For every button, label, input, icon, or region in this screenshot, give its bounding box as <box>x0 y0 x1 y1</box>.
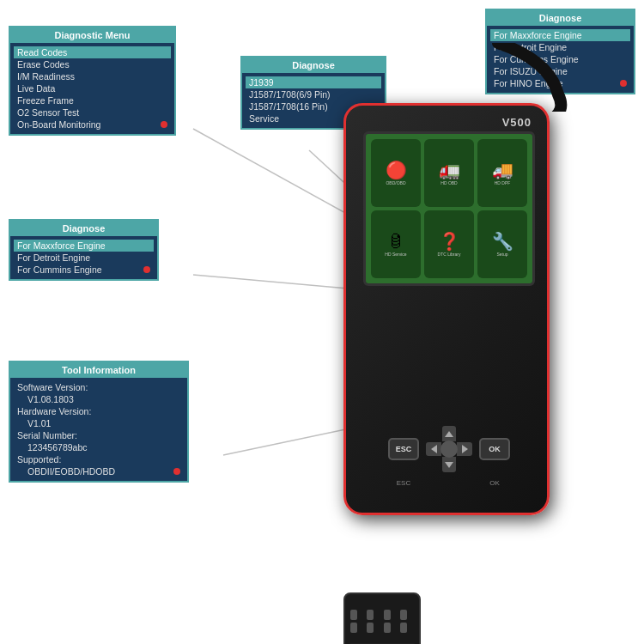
screen-icon-hd-service: 🛢 HD Service <box>371 210 421 278</box>
dpad-left[interactable] <box>426 442 441 456</box>
obd-pin <box>384 623 391 633</box>
diagnostic-menu-box: Diagnostic Menu Read Codes Erase Codes I… <box>9 26 176 136</box>
hd-obd-label: HD OBD <box>440 180 457 185</box>
tool-info-item: 123456789abc <box>17 441 180 453</box>
diagnose-engine-left-item[interactable]: For Cummins Engine <box>17 264 150 276</box>
tool-info-item: Software Version: <box>17 381 180 393</box>
diagnostic-menu-item[interactable]: On-Board Monitoring <box>17 118 167 131</box>
dpad-up[interactable] <box>442 426 456 441</box>
diagnostic-menu-item[interactable]: I/M Readiness <box>17 70 167 82</box>
tool-information-box: Tool Information Software Version: V1.08… <box>9 361 189 483</box>
scene: Diagnostic Menu Read Codes Erase Codes I… <box>0 0 644 644</box>
screen-icon-hd-obd: 🚛 HD OBD <box>424 139 474 207</box>
diagnostic-menu-item[interactable]: Read Codes <box>14 46 171 58</box>
obd-label: OBD/OBD <box>386 180 405 185</box>
hd-service-icon: 🛢 <box>387 233 404 250</box>
red-dot-indicator <box>620 80 627 87</box>
diagnostic-menu-item[interactable]: Live Data <box>17 82 167 94</box>
diagnostic-menu-item[interactable]: O2 Sensor Test <box>17 106 167 118</box>
hd-service-label: HD Service <box>385 252 406 257</box>
esc-button[interactable]: ESC <box>388 438 419 460</box>
screen-icon-dtc: ❓ DTC Library <box>424 210 474 278</box>
hd-obd-icon: 🚛 <box>439 161 460 179</box>
ok-label: OK <box>479 479 510 487</box>
device-container: V500 🔴 OBD/OBD 🚛 HD OBD 🚚 HD DPF <box>318 103 592 601</box>
hd-dpf-label: HD DPF <box>495 180 511 185</box>
red-dot-indicator <box>173 468 180 475</box>
screen-icon-hd-dpf: 🚚 HD DPF <box>477 139 527 207</box>
device-screen: 🔴 OBD/OBD 🚛 HD OBD 🚚 HD DPF 🛢 HD Service <box>363 131 535 286</box>
tool-info-item: Hardware Version: <box>17 405 180 417</box>
diagnose-engine-left-box: Diagnose For Maxxforce Engine For Detroi… <box>9 219 159 281</box>
diagnose-truck-item[interactable]: J1939 <box>246 76 381 88</box>
diagnose-engine-left-header: Diagnose <box>10 221 157 236</box>
diagnostic-menu-header: Diagnostic Menu <box>10 27 174 43</box>
obd-pin <box>367 623 374 633</box>
obd-pins <box>345 603 419 640</box>
esc-label: ESC <box>388 479 419 487</box>
dpad-right[interactable] <box>457 442 472 456</box>
cable-svg <box>412 43 584 112</box>
diagnose-engine-left-item[interactable]: For Maxxforce Engine <box>14 240 154 252</box>
tool-information-body: Software Version: V1.08.1803 Hardware Ve… <box>10 378 187 481</box>
dtc-label: DTC Library <box>438 252 461 257</box>
diagnose-engine-left-body: For Maxxforce Engine For Detroit Engine … <box>10 236 157 279</box>
tool-info-item: V1.01 <box>17 417 180 429</box>
dtc-icon: ❓ <box>439 233 460 250</box>
screen-icon-obd: 🔴 OBD/OBD <box>371 139 421 207</box>
setup-label: Setup <box>496 252 507 257</box>
obd-connector <box>343 592 421 644</box>
obd-icon: 🔴 <box>386 161 407 179</box>
tool-info-item: Serial Number: <box>17 429 180 441</box>
bg-icon <box>230 259 286 319</box>
obd-pin <box>400 623 407 633</box>
diagnose-truck-item[interactable]: J1587/1708(6/9 Pin) <box>249 88 378 100</box>
obd-pin <box>400 610 407 620</box>
diagnose-engine-top-item[interactable]: For Maxxforce Engine <box>490 29 630 41</box>
diagnose-engine-top-header: Diagnose <box>487 10 634 26</box>
obd-pin <box>350 610 357 620</box>
device-body: V500 🔴 OBD/OBD 🚛 HD OBD 🚚 HD DPF <box>343 103 550 515</box>
ok-button[interactable]: OK <box>479 438 510 460</box>
tool-info-item: OBDII/EOBD/HDOBD <box>17 465 180 477</box>
hd-dpf-icon: 🚚 <box>492 161 513 179</box>
red-dot-indicator <box>143 266 150 273</box>
tool-info-item: Supported: <box>17 453 180 465</box>
diagnostic-menu-item[interactable]: Erase Codes <box>17 58 167 70</box>
screen-inner: 🔴 OBD/OBD 🚛 HD OBD 🚚 HD DPF 🛢 HD Service <box>366 134 532 283</box>
red-dot-indicator <box>161 121 167 128</box>
tool-information-header: Tool Information <box>10 362 187 378</box>
obd-pin <box>384 610 391 620</box>
dpad-down[interactable] <box>442 457 456 472</box>
obd-pin <box>350 623 357 633</box>
dpad[interactable] <box>426 426 472 472</box>
diagnose-engine-left-item[interactable]: For Detroit Engine <box>17 252 150 264</box>
dpad-center <box>440 440 458 458</box>
diagnose-truck-header: Diagnose <box>242 58 385 73</box>
diagnostic-menu-body: Read Codes Erase Codes I/M Readiness Liv… <box>10 43 174 134</box>
bg-icon <box>230 196 286 256</box>
obd-pin <box>367 610 374 620</box>
setup-icon: 🔧 <box>492 233 513 250</box>
tool-info-item: V1.08.1803 <box>17 393 180 405</box>
screen-icon-setup: 🔧 Setup <box>477 210 527 278</box>
diagnostic-menu-item[interactable]: Freeze Frame <box>17 94 167 106</box>
device-model-label: V500 <box>502 116 532 129</box>
